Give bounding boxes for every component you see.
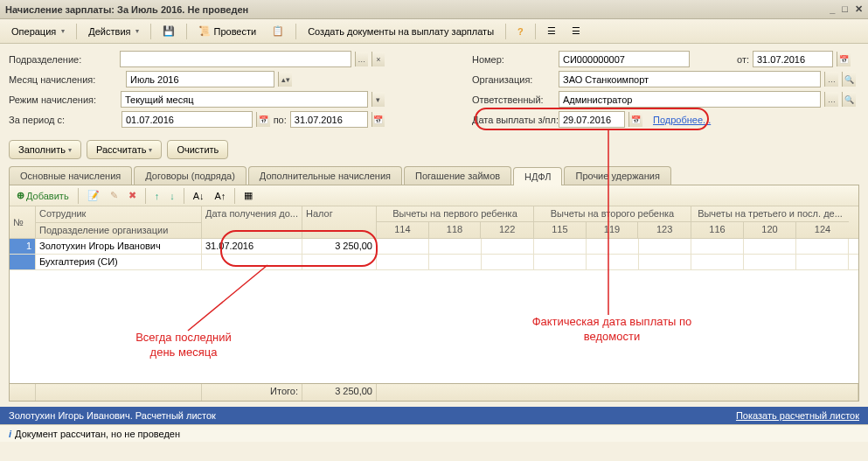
insert-button[interactable]: 📝: [84, 188, 103, 203]
chevron-down-icon[interactable]: ▾: [372, 92, 385, 107]
sort-desc-icon: A↑: [214, 191, 226, 201]
date-from-input[interactable]: 31.07.2016: [753, 51, 833, 67]
tab-loans[interactable]: Погашение займов: [404, 166, 511, 185]
grid: ⊕Добавить 📝 ✎ ✖ ↑ ↓ A↓ A↑ ▦ № Сотрудник …: [9, 185, 859, 402]
table-row[interactable]: 1 Золотухин Игорь Иванович 31.07.2016 3 …: [10, 239, 858, 255]
titlebar: Начисление зарплаты: За Июль 2016. Не пр…: [0, 0, 868, 19]
org-select-icon[interactable]: …: [824, 72, 838, 87]
list-icon-2: ☰: [572, 25, 580, 37]
sort-desc-button[interactable]: A↑: [211, 189, 229, 203]
calendar-icon[interactable]: 📅: [837, 52, 851, 66]
sort-asc-button[interactable]: A↓: [190, 189, 208, 203]
close-icon[interactable]: ✕: [855, 3, 863, 15]
window-controls: _ □ ✕: [830, 3, 863, 15]
move-up-button[interactable]: ↑: [151, 189, 163, 203]
grid-footer: Итого: 3 250,00: [10, 383, 858, 401]
subdiv-select-icon[interactable]: …: [355, 52, 368, 66]
org-search-icon[interactable]: 🔍: [842, 72, 856, 87]
delete-icon: ✖: [128, 190, 136, 201]
resp-label: Ответственный:: [472, 94, 555, 105]
save-icon: 💾: [163, 25, 175, 37]
pencil-icon: ✎: [110, 190, 118, 201]
col-group-child2[interactable]: Вычеты на второго ребенка: [534, 206, 691, 222]
list-button-1[interactable]: ☰: [541, 22, 562, 40]
arrow-up-icon: ↑: [155, 191, 160, 201]
tab-other[interactable]: Прочие удержания: [564, 166, 670, 185]
mode-select[interactable]: Текущий месяц: [121, 91, 368, 108]
paydate-label: Дата выплаты з/пл:: [472, 115, 555, 125]
grid-icon: ▦: [244, 190, 253, 201]
calendar-icon[interactable]: 📅: [256, 112, 269, 127]
status-doc-text: Документ рассчитан, но не проведен: [15, 429, 180, 439]
form-area: Подразделение: … × Номер: СИ000000007 от…: [0, 44, 868, 138]
list-button-2[interactable]: ☰: [566, 22, 587, 40]
subdiv-input[interactable]: [120, 51, 351, 67]
edit-button[interactable]: ✎: [107, 188, 122, 203]
period-to-input[interactable]: 31.07.2016: [290, 111, 368, 128]
calc-button[interactable]: Рассчитать: [87, 140, 162, 159]
tab-contracts[interactable]: Договоры (подряда): [134, 166, 247, 185]
paydate-input[interactable]: 29.07.2016: [559, 111, 625, 128]
number-input[interactable]: СИ000000007: [559, 51, 690, 67]
from-label: от:: [737, 54, 749, 65]
grid-body[interactable]: 1 Золотухин Игорь Иванович 31.07.2016 3 …: [10, 239, 858, 383]
period-from-input[interactable]: 01.07.2016: [122, 111, 253, 128]
col-subdiv[interactable]: Подразделение организации: [36, 222, 202, 238]
resp-input[interactable]: Администратор: [559, 91, 821, 108]
main-toolbar: Операция Действия 💾 📜Провести 📋 Создать …: [0, 19, 868, 44]
post-icon: 📋: [272, 25, 284, 37]
operation-menu[interactable]: Операция: [5, 23, 71, 40]
subdiv-clear-icon[interactable]: ×: [372, 52, 385, 66]
arrow-down-icon: ↓: [170, 191, 175, 201]
tab-ndfl[interactable]: НДФЛ: [513, 167, 562, 185]
tab-main-accruals[interactable]: Основные начисления: [9, 166, 132, 185]
grid-header: № Сотрудник Подразделение организации Да…: [10, 206, 858, 239]
maximize-icon[interactable]: □: [842, 3, 848, 15]
table-row[interactable]: Бухгалтерия (СИ): [10, 255, 858, 270]
show-payslip-link[interactable]: Показать расчетный листок: [736, 410, 859, 421]
subdiv-label: Подразделение:: [9, 54, 116, 65]
provesti-button[interactable]: 📜Провести: [192, 22, 262, 40]
resp-select-icon[interactable]: …: [824, 92, 838, 107]
info-icon: i: [9, 429, 11, 439]
org-input[interactable]: ЗАО Станкоимпорт: [559, 71, 821, 87]
save-button[interactable]: 💾: [156, 22, 181, 40]
fill-button[interactable]: Заполнить: [9, 140, 81, 159]
status-bar-employee: Золотухин Игорь Иванович. Расчетный лист…: [0, 407, 868, 424]
grid-toolbar: ⊕Добавить 📝 ✎ ✖ ↑ ↓ A↓ A↑ ▦: [10, 185, 858, 206]
col-employee[interactable]: Сотрудник: [36, 206, 202, 222]
resp-search-icon[interactable]: 🔍: [842, 92, 856, 107]
col-num[interactable]: №: [10, 206, 36, 238]
number-label: Номер:: [472, 54, 555, 65]
month-input[interactable]: Июль 2016: [126, 71, 274, 87]
action-buttons: Заполнить Рассчитать Очистить: [0, 138, 868, 166]
calendar-icon[interactable]: 📅: [372, 112, 385, 127]
status-bar-info: i Документ рассчитан, но не проведен: [0, 424, 868, 442]
minimize-icon[interactable]: _: [830, 3, 835, 15]
clear-button[interactable]: Очистить: [167, 140, 228, 159]
post-button[interactable]: 📋: [266, 22, 290, 40]
spinner-icon[interactable]: ▴▾: [278, 72, 292, 87]
move-down-button[interactable]: ↓: [166, 189, 178, 203]
insert-icon: 📝: [87, 190, 100, 201]
sort-asc-icon: A↓: [193, 191, 205, 201]
window-title: Начисление зарплаты: За Июль 2016. Не пр…: [5, 4, 830, 15]
tab-additional[interactable]: Дополнительные начисления: [248, 166, 402, 185]
col-group-child3[interactable]: Вычеты на третьего и посл. де...: [691, 206, 849, 222]
actions-menu[interactable]: Действия: [82, 23, 145, 40]
period-label: За период с:: [9, 115, 118, 125]
settings-button[interactable]: ▦: [240, 188, 256, 203]
create-paydocs-button[interactable]: Создать документы на выплату зарплаты: [302, 23, 500, 40]
month-label: Месяц начисления:: [9, 74, 122, 85]
plus-icon: ⊕: [17, 190, 24, 201]
delete-button[interactable]: ✖: [125, 188, 140, 203]
col-tax[interactable]: Налог: [302, 206, 377, 238]
more-link[interactable]: Подробнее...: [653, 115, 711, 125]
org-label: Организация:: [472, 74, 555, 85]
col-group-child1[interactable]: Вычеты на первого ребенка: [377, 206, 533, 222]
calendar-icon[interactable]: 📅: [628, 112, 642, 127]
add-row-button[interactable]: ⊕Добавить: [13, 188, 73, 203]
help-button[interactable]: ?: [511, 23, 530, 40]
col-date[interactable]: Дата получения до...: [202, 206, 302, 238]
tab-bar: Основные начисления Договоры (подряда) Д…: [0, 166, 868, 185]
